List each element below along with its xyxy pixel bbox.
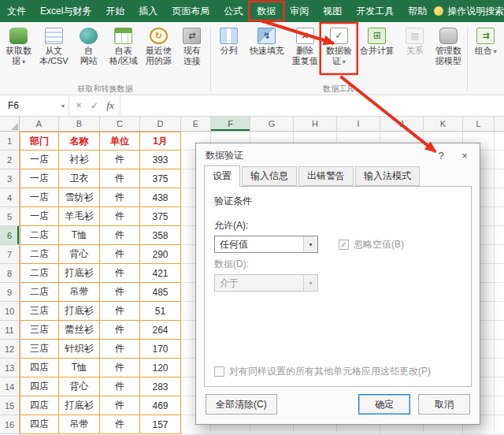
column-header-A[interactable]: A [20,117,59,131]
column-header-C[interactable]: C [100,117,140,131]
cell-C9[interactable]: 件 [100,283,140,302]
cell-B7[interactable]: 背心 [59,245,100,264]
row-header-8[interactable]: 8 [0,264,20,283]
row-header-12[interactable]: 12 [0,340,20,359]
column-header-F[interactable]: F [211,117,250,131]
tab-data[interactable]: 数据 [250,0,283,22]
cell-M9[interactable] [495,283,504,302]
cell-B15[interactable]: 打底衫 [59,396,100,415]
cell-C8[interactable]: 件 [100,264,140,283]
row-header-6[interactable]: 6 [0,226,20,245]
tab-formulas[interactable]: 公式 [217,0,250,22]
ribbon-button-get-data[interactable]: 获取数据▾ [2,24,35,67]
cell-A9[interactable]: 二店 [20,283,59,302]
cell-M16[interactable] [495,415,504,434]
cell-M2[interactable] [495,151,504,169]
cell-M7[interactable] [495,245,504,264]
cell-M3[interactable] [495,169,504,188]
cell-C7[interactable]: 件 [100,245,140,264]
cancel-entry-icon[interactable]: × [71,100,87,111]
cell-A4[interactable]: 一店 [20,188,59,207]
column-header-B[interactable]: B [59,117,100,131]
dialog-tab-error-alert[interactable]: 出错警告 [298,166,354,186]
tab-review[interactable]: 审阅 [283,0,316,22]
cell-A11[interactable]: 三店 [20,321,59,340]
cell-A7[interactable]: 二店 [20,245,59,264]
ribbon-button-existing-connections[interactable]: 现有连接 [176,24,209,66]
dialog-tab-ime-mode[interactable]: 输入法模式 [355,166,420,186]
ribbon-button-recent-sources[interactable]: 最近使用的源 [142,24,176,66]
cell-C12[interactable]: 件 [100,340,140,359]
allow-dropdown[interactable]: 任何值 ▾ [214,236,318,253]
column-header-L[interactable]: L [463,117,495,131]
tab-file[interactable]: 文件 [0,0,33,22]
tab-page-layout[interactable]: 页面布局 [165,0,217,22]
row-header-11[interactable]: 11 [0,321,20,340]
cell-M12[interactable] [495,340,504,359]
cell-D5[interactable]: 375 [140,207,181,226]
cell-A10[interactable]: 三店 [20,302,59,321]
cell-D11[interactable]: 264 [140,321,181,340]
row-header-14[interactable]: 14 [0,377,20,396]
ribbon-button-manage-data-model[interactable]: 管理数据模型 [432,24,465,66]
cell-A15[interactable]: 四店 [20,396,59,415]
cell-D13[interactable]: 120 [140,359,181,377]
dialog-tab-settings[interactable]: 设置 [204,165,240,187]
tell-me-search[interactable]: 操作说明搜索 [434,0,504,22]
confirm-entry-icon[interactable]: ✓ [87,100,102,111]
cell-B3[interactable]: 卫衣 [59,169,100,188]
cell-C3[interactable]: 件 [100,169,140,188]
cell-A14[interactable]: 四店 [20,377,59,396]
cell-D7[interactable]: 290 [140,245,181,264]
cell-A2[interactable]: 一店 [20,151,59,169]
row-header-15[interactable]: 15 [0,396,20,415]
cell-A3[interactable]: 一店 [20,169,59,188]
ok-button[interactable]: 确定 [358,394,410,415]
select-all-corner[interactable] [0,117,20,131]
clear-all-button[interactable]: 全部清除(C) [206,394,277,415]
row-header-5[interactable]: 5 [0,207,20,226]
cell-D4[interactable]: 438 [140,188,181,207]
cell-D10[interactable]: 51 [140,302,181,321]
column-header-E[interactable]: E [181,117,211,131]
cell-B1[interactable]: 名称 [59,132,100,151]
cell-A1[interactable]: 部门 [20,132,59,151]
cell-B4[interactable]: 雪纺衫 [59,188,100,207]
row-header-10[interactable]: 10 [0,302,20,321]
ribbon-button-data-validation[interactable]: 数据验证▾ [322,24,356,67]
column-header-H[interactable]: H [294,117,337,131]
row-header-13[interactable]: 13 [0,359,20,377]
cell-M4[interactable] [495,188,504,207]
cell-D9[interactable]: 485 [140,283,181,302]
row-header-7[interactable]: 7 [0,245,20,264]
cell-D14[interactable]: 283 [140,377,181,396]
cell-C16[interactable]: 件 [100,415,140,434]
cell-B5[interactable]: 羊毛衫 [59,207,100,226]
formula-input[interactable] [120,95,504,116]
cell-B2[interactable]: 衬衫 [59,151,100,169]
cell-M10[interactable] [495,302,504,321]
row-header-3[interactable]: 3 [0,169,20,188]
cell-A13[interactable]: 四店 [20,359,59,377]
cell-D6[interactable]: 358 [140,226,181,245]
row-header-1[interactable]: 1 [0,132,20,151]
ignore-blank-checkbox[interactable]: ✓ 忽略空值(B) [339,238,404,251]
column-header-K[interactable]: K [424,117,463,131]
cell-B6[interactable]: T恤 [59,226,100,245]
cell-C6[interactable]: 件 [100,226,140,245]
cell-C2[interactable]: 件 [100,151,140,169]
cell-A16[interactable]: 四店 [20,415,59,434]
ribbon-button-remove-duplicates[interactable]: 删除重复值 [288,24,322,66]
ribbon-button-group[interactable]: 组合▾ [469,24,502,57]
cell-A6[interactable]: 二店 [20,226,59,245]
tab-help[interactable]: 帮助 [401,0,434,22]
cell-C1[interactable]: 单位 [100,132,140,151]
cell-C5[interactable]: 件 [100,207,140,226]
cell-A12[interactable]: 三店 [20,340,59,359]
dialog-help-button[interactable]: ? [429,147,453,164]
dialog-close-button[interactable]: × [453,147,476,164]
column-header-G[interactable]: G [250,117,294,131]
row-header-2[interactable]: 2 [0,151,20,169]
cell-D12[interactable]: 170 [140,340,181,359]
tab-insert[interactable]: 插入 [132,0,165,22]
